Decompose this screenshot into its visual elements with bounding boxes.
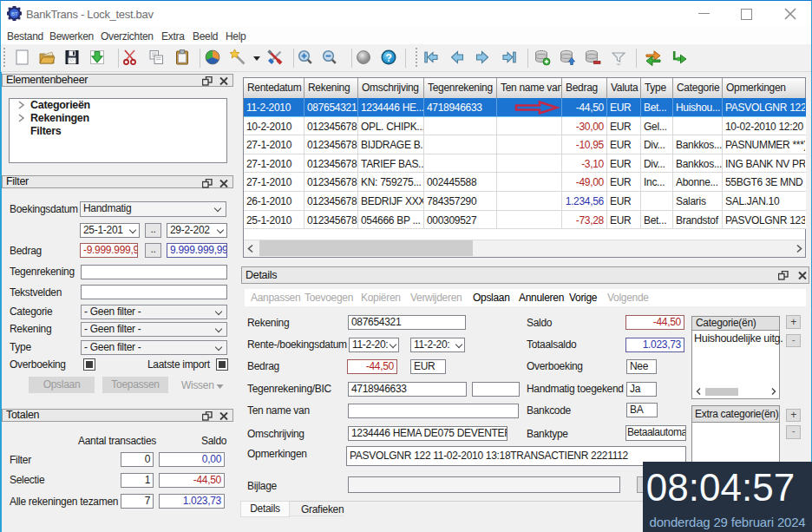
svg-text:?: ? <box>385 52 391 64</box>
svg-text:BT: BT <box>11 11 18 16</box>
